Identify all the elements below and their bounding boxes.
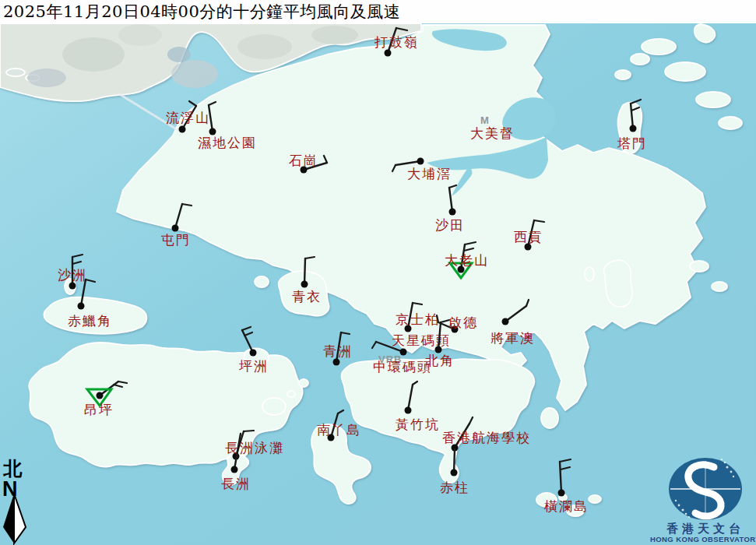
- station-dot: [231, 466, 238, 473]
- station-dot: [333, 359, 340, 366]
- station-label: 青衣: [292, 289, 322, 304]
- compass-north-cn: 北: [2, 457, 23, 480]
- station-dot: [558, 490, 565, 497]
- island: [287, 391, 295, 397]
- station-dot: [417, 158, 424, 165]
- island: [642, 39, 676, 54]
- station-dot: [97, 392, 104, 399]
- wind-barb-staff: [454, 449, 455, 473]
- station-dot: [405, 407, 412, 414]
- island: [6, 69, 25, 76]
- wind-map-screen: 2025年11月20日04時00分的十分鐘平均風向及風速: [0, 0, 756, 545]
- island: [665, 62, 705, 81]
- station-label: 塔門: [617, 135, 647, 151]
- station-dot: [630, 125, 637, 132]
- station-label: 坪洲: [239, 358, 269, 374]
- island: [615, 70, 631, 79]
- island: [541, 408, 558, 428]
- station-label: 赤鱲角: [68, 313, 112, 329]
- station-dot: [69, 283, 76, 290]
- station-label: 啟德: [448, 315, 478, 330]
- station-label: 香港航海學校: [442, 430, 531, 445]
- island: [712, 282, 727, 291]
- station-label: 屯門: [161, 232, 191, 248]
- station-dot: [78, 303, 85, 310]
- island: [299, 379, 308, 387]
- station-label: 沙田: [435, 217, 465, 233]
- station-label: 長洲: [221, 476, 251, 491]
- island: [262, 398, 286, 415]
- title-bar: 2025年11月20日04時00分的十分鐘平均風向及風速: [0, 0, 756, 23]
- wind-barb-feather: [244, 431, 254, 431]
- hko-logo-name-cn: 香港天文台: [666, 522, 744, 536]
- station-note: M: [480, 114, 490, 126]
- station-label: 天星碼頭: [392, 332, 451, 348]
- station-label: 赤柱: [440, 480, 469, 495]
- station-label: 石崗: [289, 153, 318, 168]
- station-dot: [385, 50, 392, 57]
- island: [696, 92, 730, 107]
- wind-barb-staff: [304, 258, 305, 284]
- station-label: 南丫島: [317, 422, 361, 438]
- station-label: 黃竹坑: [396, 417, 440, 432]
- station-label: 大老山: [445, 252, 489, 268]
- station-label: 濕地公園: [198, 135, 257, 150]
- station-label: 中環碼頭: [373, 359, 432, 374]
- station-label: 大埔滘: [407, 166, 452, 181]
- island: [255, 276, 269, 287]
- station-label: 流浮山: [166, 110, 210, 125]
- station-dot: [172, 225, 179, 232]
- hko-logo-name-en: HONG KONG OBSERVATORY: [650, 535, 756, 543]
- station-dot: [301, 281, 308, 288]
- station-label: 京士柏: [396, 311, 440, 327]
- station-label: 大美督: [470, 125, 515, 141]
- station-label: 打鼓嶺: [374, 34, 419, 50]
- island: [719, 117, 742, 129]
- station-label: 西貢: [514, 229, 543, 244]
- station-label: 沙洲: [58, 267, 87, 283]
- station-dot: [250, 350, 257, 357]
- station-dot: [179, 126, 186, 133]
- station-label: 橫瀾島: [544, 498, 589, 514]
- map-svg: 打鼓嶺流浮山濕地公園石崗屯門M大美督大埔滘塔門沙田西貢大老山沙洲赤鱲角青衣京士柏…: [0, 0, 756, 545]
- station-label: 青洲: [323, 343, 353, 359]
- station-dot: [502, 318, 509, 325]
- island: [631, 54, 649, 65]
- station-label: 昂坪: [84, 402, 114, 417]
- station-dot: [449, 209, 456, 216]
- map-title: 2025年11月20日04時00分的十分鐘平均風向及風速: [0, 1, 400, 23]
- station-label: 將軍澳: [491, 330, 535, 346]
- island: [585, 267, 594, 281]
- land-kau-sai-chau: [604, 260, 633, 307]
- island: [589, 495, 601, 503]
- station-dot: [451, 469, 458, 476]
- station-label: 長洲泳灘: [225, 440, 284, 455]
- island: [690, 261, 709, 272]
